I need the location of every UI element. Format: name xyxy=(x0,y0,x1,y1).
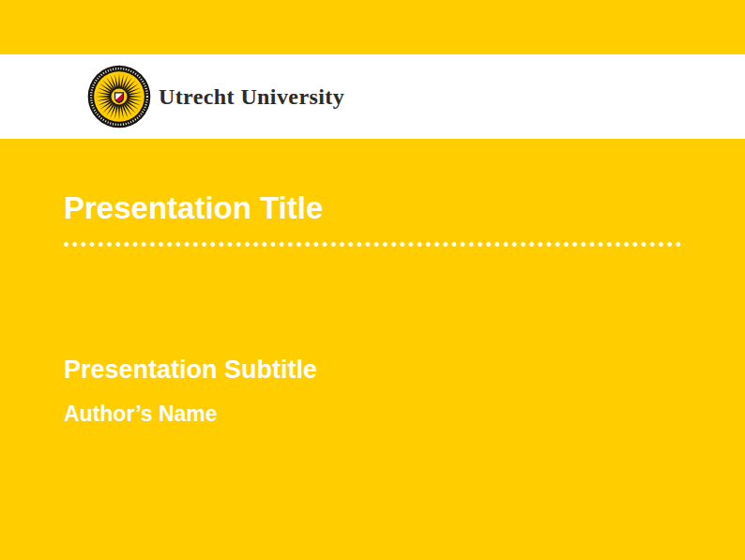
presentation-title: Presentation Title xyxy=(64,189,323,227)
dotted-separator xyxy=(64,242,685,247)
top-yellow-band xyxy=(0,0,745,54)
presentation-subtitle: Presentation Subtitle xyxy=(64,354,317,386)
title-slide: Utrecht University Presentation Title Pr… xyxy=(0,0,745,560)
utrecht-university-seal-icon xyxy=(87,65,151,129)
university-wordmark: Utrecht University xyxy=(159,84,344,110)
logo-band: Utrecht University xyxy=(0,54,745,139)
author-name: Author’s Name xyxy=(64,400,218,428)
